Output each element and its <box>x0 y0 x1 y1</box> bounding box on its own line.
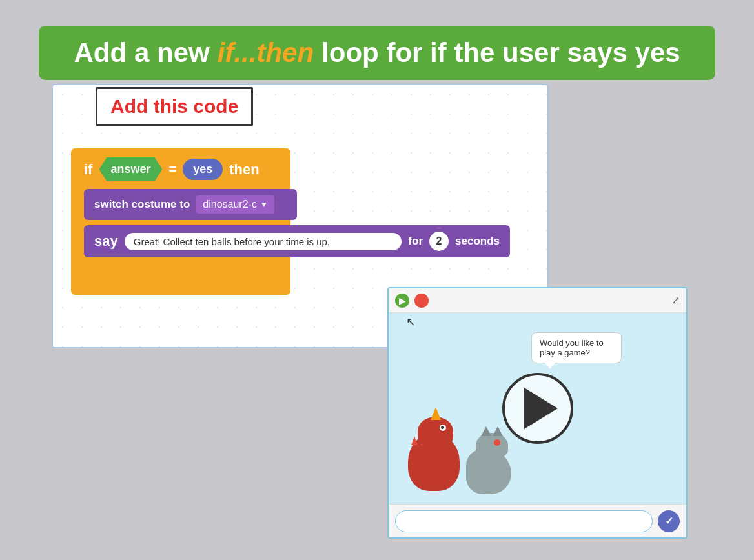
header-banner: Add a new if...then loop for if the user… <box>39 26 715 80</box>
condition-diamond: answer <box>99 157 162 181</box>
spike-1 <box>411 436 418 445</box>
red-stop-button[interactable] <box>414 294 429 308</box>
dino-red-head <box>418 417 453 446</box>
character-area <box>402 414 521 497</box>
gray-ear-left <box>481 426 491 436</box>
say-text-content: Great! Collect ten balls before your tim… <box>134 236 330 247</box>
condition-text: answer <box>110 163 150 175</box>
say-text-input: Great! Collect ten balls before your tim… <box>125 233 402 250</box>
gray-eye <box>494 439 500 446</box>
expand-button[interactable]: ⤢ <box>671 294 680 306</box>
say-block: say Great! Collect ten balls before your… <box>84 225 510 257</box>
seconds-label: seconds <box>455 235 500 248</box>
yes-text: yes <box>193 163 212 175</box>
preview-text-input[interactable] <box>395 510 653 532</box>
preview-window: ▶ ⤢ Would you like to play a game? <box>387 287 688 539</box>
say-keyword: say <box>94 233 118 250</box>
costume-dropdown[interactable]: dinosaur2-c ▼ <box>196 195 274 214</box>
preview-input-bar: ✓ <box>389 504 686 537</box>
cursor-pointer: ↖ <box>406 315 416 329</box>
header-highlight: if...then <box>218 37 314 68</box>
speech-bubble: Would you like to play a game? <box>531 332 622 363</box>
seconds-value: 2 <box>436 235 442 247</box>
flag-icon: ▶ <box>399 295 406 306</box>
header-suffix: loop for if the user says yes <box>321 37 680 68</box>
if-keyword: if <box>84 161 92 178</box>
header-middle: a new <box>134 37 210 68</box>
expand-icon: ⤢ <box>671 295 680 306</box>
dino-horn <box>431 407 441 420</box>
costume-value: dinosaur2-c <box>203 199 257 210</box>
for-keyword: for <box>408 235 423 248</box>
preview-content: Would you like to play a game? <box>389 313 686 504</box>
play-triangle-icon <box>524 388 558 429</box>
dropdown-arrow-icon: ▼ <box>260 200 268 209</box>
gray-dragon <box>463 433 521 497</box>
if-condition-row: if answer = yes then <box>84 157 278 181</box>
dino-eye-pupil <box>441 426 444 429</box>
if-then-block: if answer = yes then switch costume to d… <box>71 148 290 295</box>
seconds-number: 2 <box>429 232 449 251</box>
costume-block: switch costume to dinosaur2-c ▼ <box>84 189 297 220</box>
red-dinosaur <box>402 414 473 497</box>
add-code-label-box: Add this code <box>96 87 253 126</box>
preview-titlebar: ▶ ⤢ <box>389 288 686 313</box>
preview-check-button[interactable]: ✓ <box>658 510 680 532</box>
check-icon: ✓ <box>665 515 673 527</box>
gray-head <box>476 433 508 457</box>
costume-label: switch costume to <box>94 198 190 211</box>
gray-ear-right <box>493 426 503 436</box>
then-keyword: then <box>229 161 259 178</box>
header-add-word: Add <box>74 37 127 68</box>
dino-red-eye <box>440 425 446 431</box>
equals-sign: = <box>169 162 177 177</box>
yes-value-pill: yes <box>183 159 223 180</box>
scratch-code-area: if answer = yes then switch costume to d… <box>71 148 290 295</box>
add-code-text: Add this code <box>110 95 238 117</box>
speech-bubble-text: Would you like to play a game? <box>540 338 604 357</box>
header-title: Add a new if...then loop for if the user… <box>74 37 680 68</box>
green-flag-button[interactable]: ▶ <box>395 294 409 308</box>
play-button-overlay[interactable] <box>502 373 573 444</box>
